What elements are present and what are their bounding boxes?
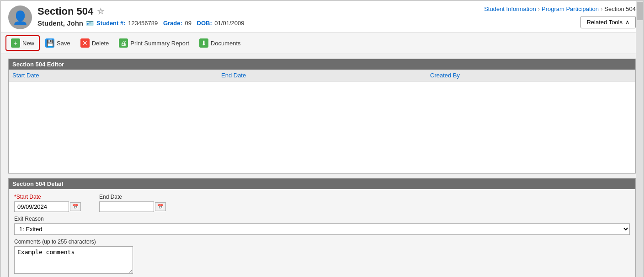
breadcrumb: Student Information › Program Participat… xyxy=(484,5,636,12)
print-label: Print Summary Report xyxy=(130,40,189,47)
save-icon: 💾 xyxy=(45,38,54,48)
start-date-group: *Start Date 📅 xyxy=(14,194,81,212)
save-label: Save xyxy=(57,40,70,47)
start-date-input[interactable] xyxy=(14,201,69,212)
favorite-star-icon[interactable]: ☆ xyxy=(97,6,104,16)
section-504-detail: Section 504 Detail *Start Date 📅 End Dat… xyxy=(8,178,636,277)
breadcrumb-section-504: Section 504 xyxy=(604,5,636,12)
print-summary-button[interactable]: 🖨 Print Summary Report xyxy=(114,36,194,50)
delete-icon: ✕ xyxy=(80,38,90,48)
related-tools-label: Related Tools xyxy=(586,19,623,26)
editor-header: Section 504 Editor xyxy=(9,59,635,70)
start-date-input-group: 📅 xyxy=(14,201,81,212)
comments-label: Comments (up to 255 characters) xyxy=(14,239,630,245)
toolbar: + New 💾 Save ✕ Delete 🖨 Print Summary Re… xyxy=(1,33,643,54)
documents-button[interactable]: ⬇ Documents xyxy=(195,36,245,50)
delete-button[interactable]: ✕ Delete xyxy=(76,36,114,50)
dates-row: *Start Date 📅 End Date 📅 xyxy=(14,194,630,212)
start-date-calendar-button[interactable]: 📅 xyxy=(70,202,81,211)
new-button[interactable]: + New xyxy=(5,35,40,51)
start-date-label: *Start Date xyxy=(14,194,81,200)
documents-label: Documents xyxy=(211,40,241,47)
comments-textarea[interactable]: Example comments xyxy=(14,246,133,274)
chevron-up-icon: ∧ xyxy=(625,19,630,26)
end-date-label: End Date xyxy=(99,194,166,200)
end-date-group: End Date 📅 xyxy=(99,194,166,212)
new-label: New xyxy=(22,40,34,47)
page-title: Section 504 xyxy=(37,5,93,17)
col-end-date[interactable]: End Date xyxy=(218,70,426,81)
main-content: Section 504 Editor Start Date End Date C… xyxy=(1,54,643,277)
breadcrumb-sep-2: › xyxy=(601,5,602,12)
delete-label: Delete xyxy=(92,40,109,47)
col-start-date[interactable]: Start Date xyxy=(9,70,218,81)
save-button[interactable]: 💾 Save xyxy=(41,36,75,50)
scroll-thumb[interactable] xyxy=(637,2,643,20)
avatar-icon: 👤 xyxy=(12,10,28,25)
end-date-input[interactable] xyxy=(99,201,154,212)
col-created-by[interactable]: Created By xyxy=(426,70,635,81)
editor-table-header: Start Date End Date Created By xyxy=(9,70,635,81)
detail-content: *Start Date 📅 End Date 📅 xyxy=(9,189,635,277)
end-date-calendar-button[interactable]: 📅 xyxy=(155,202,166,211)
breadcrumb-program-participation[interactable]: Program Participation xyxy=(542,5,599,12)
print-icon: 🖨 xyxy=(119,38,128,48)
detail-header: Section 504 Detail xyxy=(9,179,635,189)
student-name: Student, John xyxy=(37,19,83,27)
breadcrumb-student-information[interactable]: Student Information xyxy=(484,5,536,12)
id-card-icon[interactable]: 🪪 xyxy=(86,20,94,27)
end-date-input-group: 📅 xyxy=(99,201,166,212)
exit-reason-select[interactable]: 1: Exited 2: Other xyxy=(14,223,630,235)
exit-reason-label: Exit Reason xyxy=(14,216,630,222)
section-504-editor: Section 504 Editor Start Date End Date C… xyxy=(8,59,636,174)
exit-reason-group: Exit Reason 1: Exited 2: Other xyxy=(14,216,630,235)
student-meta: Student #: 123456789 Grade: 09 DOB: 01/0… xyxy=(96,20,245,27)
breadcrumb-sep-1: › xyxy=(538,5,540,12)
comments-group: Comments (up to 255 characters) Example … xyxy=(14,239,630,274)
documents-icon: ⬇ xyxy=(199,38,208,48)
student-avatar: 👤 xyxy=(8,5,32,29)
related-tools-button[interactable]: Related Tools ∧ xyxy=(580,16,636,28)
new-icon: + xyxy=(11,38,20,48)
scrollbar[interactable] xyxy=(636,1,643,277)
editor-table-body xyxy=(9,81,635,173)
